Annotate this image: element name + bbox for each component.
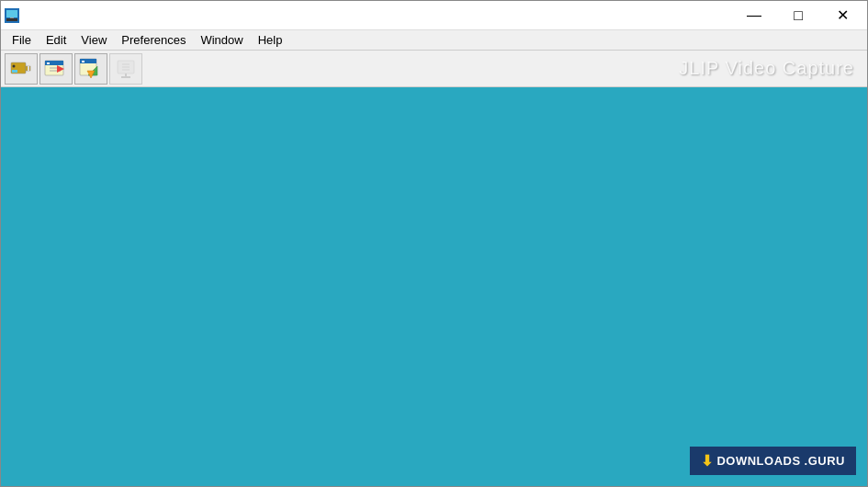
svg-rect-7 — [12, 70, 17, 73]
download-icon: ⬇ — [701, 452, 714, 470]
menu-window[interactable]: Window — [193, 31, 250, 49]
menu-view[interactable]: View — [73, 31, 114, 49]
downloads-text: DOWNLOADS — [716, 454, 800, 468]
menu-help[interactable]: Help — [251, 31, 290, 49]
maximize-button[interactable]: □ — [777, 3, 819, 28]
svg-rect-17 — [82, 61, 85, 62]
toolbar-app-title: JLIP Video Capture — [679, 58, 863, 79]
toolbar-save-button[interactable] — [74, 53, 107, 85]
application-window: — □ ✕ File Edit View Preferences Window … — [0, 0, 868, 487]
svg-rect-1 — [6, 10, 17, 17]
close-button[interactable]: ✕ — [821, 3, 863, 28]
title-bar-left — [5, 8, 19, 23]
svg-rect-2 — [6, 18, 17, 21]
svg-point-6 — [13, 64, 16, 67]
svg-rect-11 — [47, 62, 50, 64]
toolbar: JLIP Video Capture — [1, 51, 867, 87]
toolbar-disabled-button — [109, 53, 142, 85]
svg-rect-3 — [10, 17, 14, 18]
svg-rect-8 — [28, 66, 29, 71]
main-content: ⬇ DOWNLOADS .GURU — [1, 87, 867, 486]
connect-icon — [9, 57, 33, 81]
guru-text: .GURU — [805, 454, 845, 468]
title-bar: — □ ✕ — [1, 1, 867, 30]
downloads-badge: ⬇ DOWNLOADS .GURU — [690, 447, 856, 475]
app-icon — [5, 8, 19, 23]
toolbar-capture-button[interactable] — [39, 53, 73, 85]
menu-preferences[interactable]: Preferences — [114, 31, 193, 49]
menu-edit[interactable]: Edit — [39, 31, 73, 49]
window-controls: — □ ✕ — [733, 3, 863, 28]
menu-file[interactable]: File — [5, 31, 39, 49]
menu-bar: File Edit View Preferences Window Help — [1, 30, 867, 51]
save-icon — [79, 57, 103, 81]
toolbar-connect-button[interactable] — [5, 53, 38, 85]
disabled-icon — [114, 57, 138, 81]
capture-icon — [44, 57, 68, 81]
minimize-button[interactable]: — — [733, 3, 775, 28]
